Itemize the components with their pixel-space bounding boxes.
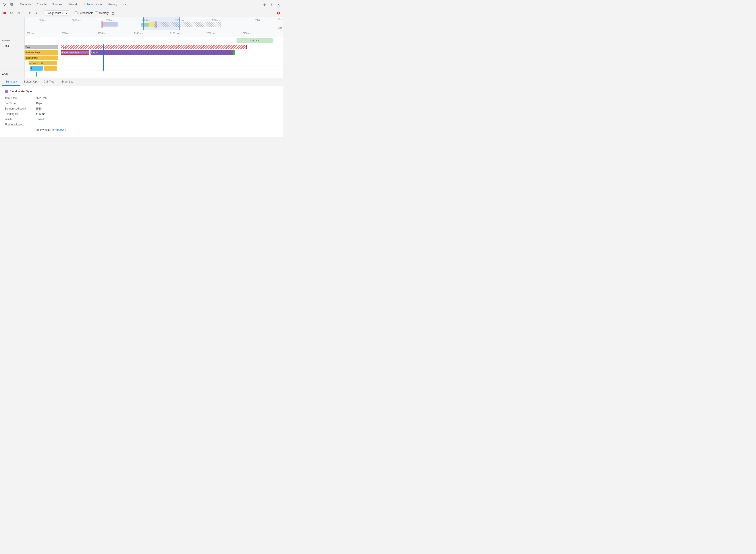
summary-row-pending: Pending for 14.5 ms <box>5 112 279 115</box>
summary-row-total-time: Total Time 55.20 ms <box>5 97 279 100</box>
bottom-tabs: Summary Bottom-Up Call Tree Event Log <box>0 78 283 86</box>
tick-2200: 2200 ms <box>207 32 215 35</box>
svg-rect-16 <box>102 22 117 26</box>
overview-content[interactable]: 500 ms 1000 ms 1500 ms 2000 ms 2500 ms 3… <box>24 17 283 30</box>
cursor-icon[interactable] <box>2 2 8 8</box>
tick-2100: 2100 ms <box>134 32 143 35</box>
delete-recording-button[interactable] <box>110 10 116 16</box>
warning-icon: ⚠ <box>83 3 86 6</box>
tab-console[interactable]: Console <box>34 0 49 9</box>
summary-title-row: Recalculate Style <box>5 90 279 93</box>
svg-rect-21 <box>101 21 103 27</box>
main-expand-arrow: ▼ <box>2 45 4 48</box>
frames-content[interactable]: 116.7 ms <box>24 37 283 44</box>
task-block-task-left[interactable]: Task <box>24 45 58 49</box>
gear-settings-icon[interactable] <box>276 10 281 16</box>
total-time-value: 55.20 ms <box>36 97 47 100</box>
summary-row-elements: Elements Affected 1520 <box>5 107 279 110</box>
gpu-content[interactable] <box>24 71 283 78</box>
pending-value: 14.5 ms <box>36 112 45 115</box>
self-time-value: 19 μs <box>36 102 42 105</box>
performance-toolbar: jlwagner.net #1 ▾ Screenshots Memory <box>0 9 283 17</box>
tick-2050: 2050 ms <box>98 32 106 35</box>
tab-call-tree[interactable]: Call Tree <box>40 78 58 86</box>
memory-checkbox[interactable] <box>95 11 98 14</box>
clear-button[interactable] <box>16 10 21 16</box>
tab-summary[interactable]: Summary <box>2 78 20 86</box>
toolbar-separator-1 <box>24 11 24 15</box>
svg-point-14 <box>278 13 279 13</box>
summary-first-invalidated-code: (anonymous) @ VM262:1 <box>5 128 279 131</box>
overview-left-gutter <box>0 17 24 30</box>
task-p-l[interactable]: P...L <box>30 66 43 70</box>
svg-rect-20 <box>174 22 221 27</box>
main-track-label[interactable]: ▼Main <box>0 44 24 70</box>
devtools-nav-bar: Elements Console Sources Network ⚠ Perfo… <box>0 0 283 9</box>
download-button[interactable] <box>34 10 39 16</box>
vm-link[interactable]: VM262:1 <box>55 128 66 131</box>
cpu-mini-chart <box>24 21 283 27</box>
record-button[interactable] <box>2 10 7 16</box>
tab-event-log[interactable]: Event Log <box>58 78 77 86</box>
close-icon[interactable]: ✕ <box>275 2 282 8</box>
screenshots-checkbox[interactable] <box>74 11 77 14</box>
domain-selector[interactable]: jlwagner.net #1 ▾ <box>45 10 69 16</box>
selection-line <box>103 44 104 70</box>
tab-memory[interactable]: Memory <box>105 0 120 9</box>
task-set-innerhtml[interactable]: set innerHTML <box>29 61 57 65</box>
task-yellow-small[interactable] <box>44 66 57 70</box>
summary-panel: Recalculate Style Total Time 55.20 ms Se… <box>0 86 283 137</box>
elements-value: 1520 <box>36 107 42 110</box>
timeline-ruler: 1950 ms 2000 ms 2050 ms 2100 ms 2150 ms … <box>0 30 283 37</box>
inspect-icon[interactable] <box>8 2 14 8</box>
tab-bottom-up[interactable]: Bottom-Up <box>20 78 40 86</box>
toolbar-separator-2 <box>42 11 42 15</box>
task-block-task-right[interactable]: Task <box>61 45 247 49</box>
first-invalidated-label: First Invalidated <box>5 123 36 126</box>
ruler-ticks-area: 1950 ms 2000 ms 2050 ms 2100 ms 2150 ms … <box>24 30 283 37</box>
tick-2000: 2000 ms <box>62 32 70 35</box>
initiator-label: Initiator <box>5 118 36 121</box>
svg-point-4 <box>3 12 6 14</box>
frame-block[interactable]: 116.7 ms <box>236 38 273 43</box>
gpu-expand-arrow: ▶ <box>2 73 4 76</box>
task-anonymous[interactable]: (anonymous) <box>24 56 58 60</box>
reveal-link[interactable]: Reveal <box>36 118 44 121</box>
svg-rect-22 <box>155 21 157 27</box>
summary-title-text: Recalculate Style <box>9 90 32 93</box>
elements-label: Elements Affected <box>5 107 36 110</box>
main-track-content[interactable]: Task Task Evaluate Script Recalculate St… <box>24 44 283 70</box>
tab-network[interactable]: Network <box>65 0 80 9</box>
tab-sources[interactable]: Sources <box>50 0 65 9</box>
screenshots-checkbox-label[interactable]: Screenshots <box>74 11 93 15</box>
more-menu-icon[interactable]: ⋮ <box>268 2 275 8</box>
memory-checkbox-label[interactable]: Memory <box>95 11 108 15</box>
reload-button[interactable] <box>9 10 14 16</box>
gpu-track: ▶ GPU <box>0 71 283 78</box>
ruler-gutter <box>0 30 24 37</box>
task-recalculate-style[interactable]: Recalculate Style <box>61 50 89 55</box>
main-track: ▼Main Task Task Evaluate Script Recalcul… <box>0 44 283 71</box>
settings-icon[interactable]: ⚙ <box>261 2 268 8</box>
tab-more[interactable]: >> <box>120 0 128 9</box>
summary-row-initiator: Initiator Reveal <box>5 118 279 121</box>
svg-rect-17 <box>141 23 149 26</box>
tab-performance[interactable]: ⚠ Performance <box>80 0 104 9</box>
tick-2150: 2150 ms <box>170 32 178 35</box>
svg-rect-1 <box>11 3 13 4</box>
summary-row-first-invalidated: First Invalidated <box>5 123 279 126</box>
self-time-label: Self Time <box>5 102 36 105</box>
svg-rect-18 <box>149 22 154 27</box>
task-layout[interactable]: Layout <box>91 50 235 55</box>
tab-elements[interactable]: Elements <box>17 0 34 9</box>
cpu-label: CPU <box>277 17 282 20</box>
gpu-label[interactable]: ▶ GPU <box>0 71 24 78</box>
tick-2250: 2250 ms <box>242 32 251 35</box>
tick-1950: 1950 ms <box>25 32 34 35</box>
chevron-down-icon: ▾ <box>66 11 67 15</box>
overview-bar[interactable]: 500 ms 1000 ms 1500 ms 2000 ms 2500 ms 3… <box>0 17 283 30</box>
initiator-value: Reveal <box>36 118 44 121</box>
upload-button[interactable] <box>27 10 32 16</box>
pending-label: Pending for <box>5 112 36 115</box>
task-evaluate-script[interactable]: Evaluate Script <box>24 50 58 55</box>
